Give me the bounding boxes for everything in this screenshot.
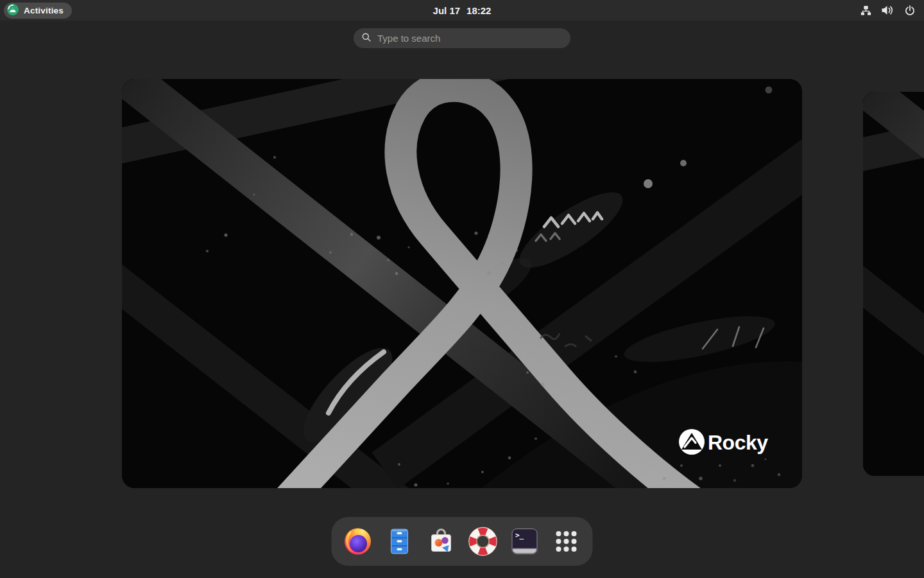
- help-lifesaver-icon: [468, 526, 499, 557]
- dock-files-button[interactable]: [384, 526, 415, 557]
- clock[interactable]: Jul 17 18:22: [433, 5, 492, 16]
- search-icon: [361, 32, 372, 45]
- dock-help-button[interactable]: [468, 526, 499, 557]
- dash-dock: >_: [332, 517, 593, 566]
- app-grid-icon: [551, 526, 582, 557]
- terminal-prompt-glyph: >_: [515, 531, 524, 539]
- gnome-activities-overview: Activities Jul 17 18:22: [0, 0, 924, 578]
- files-icon: [384, 526, 415, 557]
- network-wired-icon[interactable]: [860, 5, 871, 16]
- wallpaper-next: [863, 92, 924, 476]
- power-icon[interactable]: [905, 5, 915, 15]
- clock-time: 18:22: [466, 5, 491, 16]
- dock-firefox-button[interactable]: [343, 526, 373, 557]
- activities-label: Activities: [24, 6, 64, 15]
- activities-button[interactable]: Activities: [4, 3, 72, 19]
- rocky-distro-icon: [6, 3, 19, 18]
- dock-software-button[interactable]: [426, 526, 457, 557]
- dock-app-grid-button[interactable]: [551, 526, 582, 557]
- firefox-icon: [343, 526, 373, 557]
- workspace-preview-current[interactable]: [122, 79, 802, 488]
- wallpaper-current: [122, 79, 802, 488]
- system-status-area[interactable]: [851, 0, 924, 21]
- top-bar: Activities Jul 17 18:22: [0, 0, 924, 21]
- terminal-icon: >_: [509, 526, 540, 557]
- dock-terminal-button[interactable]: >_: [509, 526, 540, 557]
- search-input[interactable]: [377, 33, 563, 44]
- clock-date: Jul 17: [433, 5, 461, 16]
- workspace-preview-next[interactable]: [863, 92, 924, 476]
- volume-icon[interactable]: [881, 5, 895, 15]
- software-store-icon: [426, 526, 457, 557]
- search-row: [0, 28, 924, 48]
- search-field[interactable]: [354, 28, 570, 48]
